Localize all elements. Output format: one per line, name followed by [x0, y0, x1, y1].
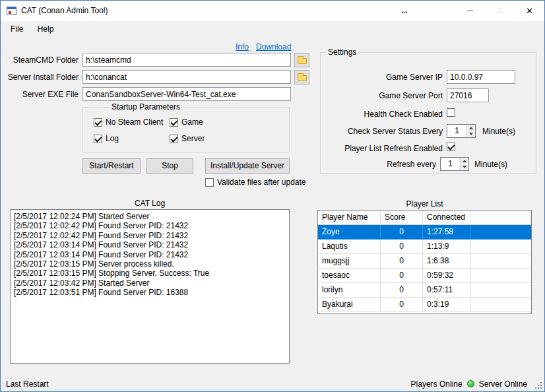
table-row[interactable]: Laqutis01:13:9 [318, 240, 531, 254]
install-update-button[interactable]: Install/Update Server [205, 158, 290, 174]
window-title: CAT (Conan Admin Tool) [21, 1, 108, 21]
spinner-down-button[interactable] [467, 131, 475, 138]
checkbox-box [205, 178, 214, 187]
table-row[interactable]: muggsjj01:6:38 [318, 254, 531, 269]
steamcmd-folder-input[interactable] [82, 53, 291, 67]
checkbox-label: Validate files after update [217, 178, 306, 187]
checkbox-box [447, 108, 455, 117]
table-cell: 1:13:9 [423, 240, 471, 254]
game-checkbox[interactable]: Game [170, 117, 203, 127]
download-link[interactable]: Download [256, 42, 291, 51]
folder-icon [298, 75, 307, 81]
checkbox-label: Game [181, 117, 203, 127]
spinner-value: 1 [441, 158, 460, 170]
game-server-port-input[interactable] [447, 88, 489, 102]
health-check-checkbox[interactable] [447, 108, 455, 117]
health-check-label: Health Check Enabled [324, 110, 443, 119]
validate-files-checkbox[interactable]: Validate files after update [205, 178, 306, 187]
player-table-body: Zoye01:27:58Laqutis01:13:9muggsjj01:6:38… [318, 225, 531, 312]
server-install-folder-label: Server Install Folder [1, 73, 79, 82]
table-cell: 0 [381, 298, 423, 312]
check-interval-unit-label: Minute(s) [482, 127, 515, 136]
app-icon [7, 7, 16, 15]
table-cell: 0 [381, 225, 423, 240]
checkbox-box [447, 143, 455, 151]
spinner-up-button[interactable] [461, 158, 468, 164]
no-steam-client-checkbox[interactable]: No Steam Client [94, 117, 163, 127]
table-row[interactable]: toesaoc00:59:32 [318, 269, 531, 283]
menubar: File Help [1, 21, 544, 38]
table-cell: Byakurai [318, 298, 381, 312]
table-cell: 0 [381, 254, 423, 269]
table-cell [471, 225, 531, 240]
install-browse-button[interactable] [294, 70, 309, 84]
table-cell: 0:3:19 [423, 298, 471, 312]
game-server-port-label: Game Server Port [324, 91, 443, 100]
table-cell [471, 283, 531, 298]
table-row[interactable]: Byakurai00:3:19 [318, 298, 531, 312]
checkbox-box [170, 135, 178, 143]
column-header-connected[interactable]: Connected [423, 211, 471, 225]
table-cell: toesaoc [318, 269, 381, 283]
steamcmd-browse-button[interactable] [294, 53, 309, 67]
refresh-interval-unit-label: Minute(s) [474, 160, 507, 169]
spinner-buttons [466, 125, 475, 137]
info-link[interactable]: Info [236, 42, 249, 51]
last-restart-label: Last Restart [6, 379, 49, 389]
player-refresh-checkbox[interactable] [447, 143, 455, 151]
spinner-value: 1 [447, 125, 466, 137]
table-cell: 1:27:58 [423, 225, 471, 240]
table-row[interactable]: Zoye01:27:58 [318, 225, 531, 240]
player-list-title: Player List [317, 199, 532, 209]
minimize-button[interactable]: ─ [455, 1, 485, 21]
server-online-indicator [467, 380, 474, 387]
table-cell: 0 [381, 240, 423, 254]
cat-log-box[interactable]: [2/5/2017 12:02:24 PM] Started Server [2… [10, 209, 290, 364]
maximize-button[interactable]: □ [485, 1, 515, 21]
server-exe-input[interactable] [82, 87, 291, 101]
check-interval-spinner[interactable]: 1 [447, 124, 476, 138]
check-status-label: Check Server Status Every [324, 127, 443, 136]
player-refresh-label: Player List Refresh Enabled [324, 144, 443, 153]
table-cell [471, 254, 531, 269]
table-cell: 0 [381, 283, 423, 298]
player-table: Player Name Score Connected Zoye01:27:58… [317, 210, 532, 314]
column-header-player-name[interactable]: Player Name [318, 211, 381, 225]
steamcmd-folder-label: SteamCMD Folder [1, 55, 79, 65]
status-right-panel: Players Online Server Online [411, 378, 527, 389]
checkbox-label: Server [181, 134, 205, 143]
menu-file[interactable]: File [5, 21, 29, 38]
close-button[interactable]: ✕ [515, 1, 544, 21]
table-cell: 1:6:38 [423, 254, 471, 269]
column-header-score[interactable]: Score [381, 211, 423, 225]
resize-cursor-icon: ↔ [400, 1, 409, 21]
table-row[interactable]: lorilyn00:57:11 [318, 283, 531, 298]
refresh-interval-spinner[interactable]: 1 [440, 157, 469, 171]
table-cell: Zoye [318, 225, 381, 240]
spinner-buttons [460, 158, 468, 170]
table-cell: Laqutis [318, 240, 381, 254]
game-server-ip-input[interactable] [447, 70, 515, 84]
player-table-header: Player Name Score Connected [318, 211, 531, 225]
spinner-up-button[interactable] [467, 125, 475, 131]
table-cell: 0:59:32 [423, 269, 471, 283]
column-header-filler [471, 211, 531, 225]
table-cell: 0 [381, 269, 423, 283]
spinner-down-button[interactable] [461, 164, 468, 171]
cat-log-title: CAT Log [10, 199, 290, 208]
app-window: CAT (Conan Admin Tool) ↔ ─ □ ✕ File Help… [0, 0, 545, 392]
checkbox-box [170, 118, 178, 127]
checkbox-box [94, 118, 102, 127]
menu-help[interactable]: Help [32, 21, 60, 38]
players-online-label: Players Online [411, 379, 463, 389]
server-online-label: Server Online [479, 379, 527, 389]
log-checkbox[interactable]: Log [94, 134, 119, 143]
server-checkbox[interactable]: Server [170, 134, 205, 143]
resize-grip[interactable] [540, 387, 542, 389]
server-install-folder-input[interactable] [82, 70, 291, 84]
statusbar: Last Restart Players Online Server Onlin… [1, 376, 544, 391]
stop-button[interactable]: Stop [146, 158, 193, 174]
table-cell [471, 298, 531, 312]
start-restart-button[interactable]: Start/Restart [82, 158, 141, 174]
table-cell: 0:57:11 [423, 283, 471, 298]
